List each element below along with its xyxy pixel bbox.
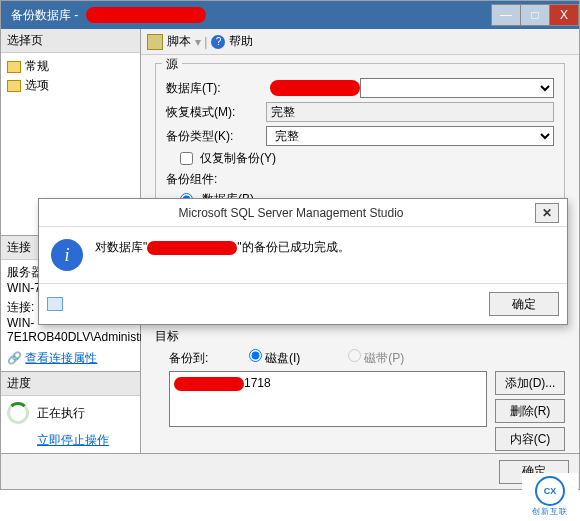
watermark: CX 创新互联: [522, 473, 578, 519]
dialog-msg-suffix: "的备份已成功完成。: [237, 240, 349, 254]
target-legend: 目标: [155, 328, 565, 345]
radio-tape: [348, 349, 361, 362]
contents-button[interactable]: 内容(C): [495, 427, 565, 451]
page-icon: [7, 80, 21, 92]
destination-redacted: [174, 377, 244, 391]
copy-only-label: 仅复制备份(Y): [200, 150, 276, 167]
page-tree: 常规 选项: [1, 53, 140, 99]
destination-suffix: 1718: [244, 376, 271, 390]
dialog-message: 对数据库""的备份已成功完成。: [95, 239, 350, 256]
close-button[interactable]: X: [549, 4, 579, 26]
remove-button[interactable]: 删除(R): [495, 399, 565, 423]
window-buttons: — □ X: [492, 4, 579, 26]
title-prefix: 备份数据库 -: [11, 8, 82, 22]
toolbar: 脚本 ▾ | ? 帮助: [141, 29, 579, 55]
script-icon: [147, 34, 163, 50]
watermark-text: 创新互联: [532, 506, 568, 517]
radio-disk-label: 磁盘(I): [265, 351, 300, 365]
tree-label: 选项: [25, 77, 49, 94]
recovery-model-value: 完整: [266, 102, 554, 122]
dialog-ok-button[interactable]: 确定: [489, 292, 559, 316]
window-title: 备份数据库 -: [1, 7, 492, 24]
tree-item-options[interactable]: 选项: [7, 76, 134, 95]
dialog-msg-prefix: 对数据库": [95, 240, 147, 254]
database-select[interactable]: [360, 78, 554, 98]
backup-type-select[interactable]: 完整: [266, 126, 554, 146]
database-redacted: [270, 80, 360, 96]
progress-header: 进度: [1, 372, 140, 396]
progress-spinner-icon: [7, 402, 29, 424]
dialog-title: Microsoft SQL Server Management Studio: [47, 206, 535, 220]
stop-now-link[interactable]: 立即停止操作: [37, 433, 109, 447]
destination-list[interactable]: 1718: [169, 371, 487, 427]
info-icon: i: [51, 239, 83, 271]
backup-to-label: 备份到:: [169, 350, 249, 367]
minimize-button[interactable]: —: [491, 4, 521, 26]
dialog-msg-redacted: [147, 241, 237, 255]
script-button[interactable]: 脚本: [167, 33, 191, 50]
view-connection-props-link[interactable]: 查看连接属性: [25, 351, 97, 365]
source-group: 源 数据库(T): 恢复模式(M): 完整 备份类型(K):: [155, 63, 565, 218]
page-icon: [7, 61, 21, 73]
add-button[interactable]: 添加(D)...: [495, 371, 565, 395]
copy-icon[interactable]: [47, 297, 63, 311]
radio-disk[interactable]: [249, 349, 262, 362]
tree-item-general[interactable]: 常规: [7, 57, 134, 76]
database-label: 数据库(T):: [166, 80, 266, 97]
message-dialog: Microsoft SQL Server Management Studio ✕…: [38, 198, 568, 325]
tree-label: 常规: [25, 58, 49, 75]
copy-only-checkbox[interactable]: [180, 152, 193, 165]
target-group: 目标 备份到: 磁盘(I) 磁带(P) 1718 添加(D)...: [155, 324, 565, 451]
toolbar-separator: ▾ |: [195, 35, 207, 49]
radio-tape-label: 磁带(P): [364, 351, 404, 365]
help-icon: ?: [211, 35, 225, 49]
copy-only-checkbox-row: 仅复制备份(Y): [180, 150, 554, 167]
backup-type-label: 备份类型(K):: [166, 128, 266, 145]
select-page-header: 选择页: [1, 29, 140, 53]
title-redacted: [86, 7, 206, 23]
title-bar: 备份数据库 - — □ X: [1, 1, 579, 29]
recovery-model-label: 恢复模式(M):: [166, 104, 266, 121]
maximize-button[interactable]: □: [520, 4, 550, 26]
backup-component-label: 备份组件:: [166, 171, 554, 188]
progress-running-text: 正在执行: [37, 405, 85, 422]
dialog-close-button[interactable]: ✕: [535, 203, 559, 223]
progress-panel: 进度 正在执行 立即停止操作: [1, 371, 140, 453]
source-legend: 源: [162, 56, 182, 73]
watermark-circle: CX: [535, 476, 565, 506]
bottom-bar: 确定: [1, 453, 579, 489]
help-button[interactable]: 帮助: [229, 33, 253, 50]
